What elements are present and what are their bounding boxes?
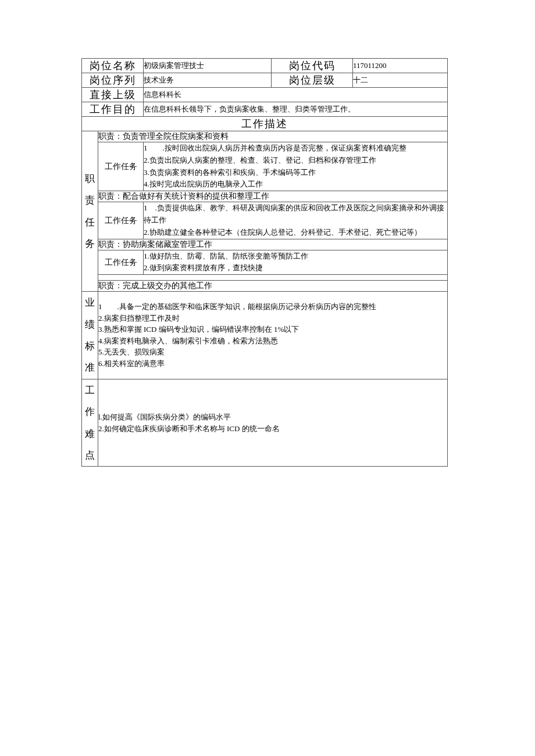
- supervisor-value: 信息科科长: [144, 88, 448, 102]
- duty-1-title: 职责：负责管理全院住院病案和资料: [98, 131, 448, 142]
- task-label-3: 工作任务: [98, 250, 144, 275]
- supervisor-label: 直接上级: [82, 88, 144, 102]
- purpose-label: 工作目的: [82, 102, 144, 117]
- duty-2-tasks: 1 .负责提供临床、教学、科研及调阅病案的供应和回收工作及医院之间病案摘录和外调…: [144, 202, 448, 239]
- standards-content: 1 .具备一定的基础医学和临床医学知识，能根据病历记录分析病历内容的完整性 2.…: [98, 292, 448, 379]
- side-label-difficulties: 工 作 难 点: [82, 379, 98, 467]
- side-label-standards: 业 绩 标 准: [82, 292, 98, 379]
- position-code-value: 117011200: [353, 59, 448, 73]
- position-level-value: 十二: [353, 73, 448, 88]
- position-code-label: 岗位代码: [272, 59, 353, 73]
- duty-3-title: 职责：协助病案储藏室管理工作: [98, 239, 448, 250]
- difficulties-content: l.如何提高《国际疾病分类》的编码水平 2.如何确定临床疾病诊断和手术名称与 I…: [98, 379, 448, 467]
- spacer-row: [98, 275, 448, 281]
- position-level-label: 岗位层级: [272, 73, 353, 88]
- position-name-value: 初级病案管理技士: [144, 59, 272, 73]
- side-label-duties: 职 责 任 务: [82, 131, 98, 292]
- duty-1-tasks: 1 .按时回收出院病人病历并检查病历内容是否完整，保证病案资料准确完整 2.负责…: [144, 142, 448, 191]
- job-description-table: 岗位名称 初级病案管理技士 岗位代码 117011200 岗位序列 技术业务 岗…: [81, 58, 448, 467]
- task-label-2: 工作任务: [98, 202, 144, 239]
- duty-4-title: 职责：完成上级交办的其他工作: [98, 281, 448, 292]
- position-series-value: 技术业务: [144, 73, 272, 88]
- task-label-1: 工作任务: [98, 142, 144, 191]
- position-name-label: 岗位名称: [82, 59, 144, 73]
- duty-3-tasks: 1.做好防虫、防霉、防鼠、防纸张变脆等预防工作 2.做到病案资料摆放有序，查找快…: [144, 250, 448, 275]
- position-series-label: 岗位序列: [82, 73, 144, 88]
- work-description-title: 工作描述: [82, 117, 448, 131]
- purpose-value: 在信息科科长领导下，负责病案收集、整理、归类等管理工作。: [144, 102, 448, 117]
- duty-2-title: 职责：配合做好有关统计资料的提供和整理工作: [98, 191, 448, 202]
